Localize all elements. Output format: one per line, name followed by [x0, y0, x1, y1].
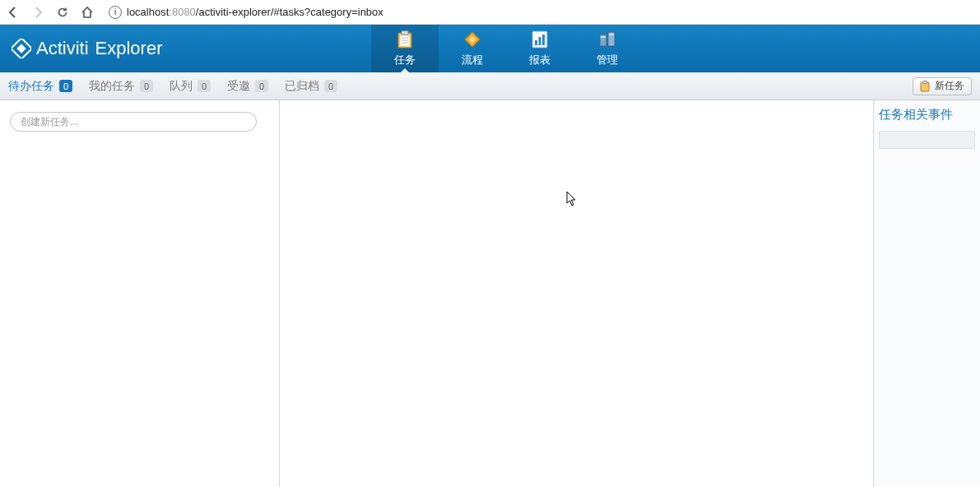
top-nav-reports[interactable]: 报表	[506, 25, 574, 72]
new-task-button-label: 新任务	[935, 79, 964, 93]
brand-text-2: Explorer	[95, 38, 163, 59]
svg-rect-19	[923, 81, 927, 83]
sub-tab-inbox[interactable]: 待办任务 0	[8, 79, 72, 94]
top-nav-process[interactable]: 流程	[439, 25, 506, 72]
svg-rect-1	[16, 44, 26, 53]
center-panel	[280, 100, 873, 487]
sub-tab-invited[interactable]: 受邀 0	[227, 79, 268, 94]
url-path: /activiti-explorer/#tasks?category=inbox	[196, 6, 383, 18]
brand-logo-icon	[12, 39, 31, 58]
diamond-icon	[462, 30, 482, 49]
back-button[interactable]	[5, 4, 21, 21]
sub-tab-queue-badge: 0	[197, 80, 211, 92]
sub-tab-inbox-label: 待办任务	[8, 79, 54, 94]
clipboard-icon	[395, 30, 415, 49]
new-task-button[interactable]: 新任务	[913, 77, 972, 95]
chart-icon	[530, 30, 550, 49]
top-nav: 任务 流程 报表 管理	[371, 25, 641, 72]
left-panel	[0, 100, 280, 487]
sub-tab-archived[interactable]: 已归档 0	[285, 79, 337, 94]
brand[interactable]: Activiti Explorer	[0, 25, 174, 72]
sub-tab-mytasks-label: 我的任务	[89, 79, 135, 94]
sub-tab-archived-label: 已归档	[285, 79, 319, 94]
brand-text-1: Activiti	[36, 38, 89, 59]
top-nav-manage-label: 管理	[597, 53, 618, 67]
sub-tab-queue-label: 队列	[170, 79, 193, 94]
top-nav-tasks-label: 任务	[394, 53, 416, 67]
url-text: localhost:8080/activiti-explorer/#tasks?…	[127, 6, 383, 18]
sub-tab-invited-badge: 0	[255, 80, 268, 92]
url-bar[interactable]: i localhost:8080/activiti-explorer/#task…	[104, 3, 975, 21]
home-button[interactable]	[79, 4, 95, 21]
svg-rect-3	[402, 31, 408, 35]
top-nav-process-label: 流程	[462, 53, 483, 67]
right-panel: 任务相关事件	[873, 100, 980, 487]
sub-tab-inbox-badge: 0	[59, 80, 72, 92]
create-task-input[interactable]	[10, 112, 257, 132]
sub-tab-invited-label: 受邀	[227, 79, 250, 94]
browser-chrome: i localhost:8080/activiti-explorer/#task…	[0, 0, 980, 25]
sub-tab-queue[interactable]: 队列 0	[170, 79, 211, 94]
servers-icon	[597, 30, 617, 49]
url-host: localhost	[127, 6, 169, 18]
app-header: Activiti Explorer 任务 流程 报表 管理	[0, 25, 980, 72]
sub-tab-archived-badge: 0	[324, 80, 337, 92]
top-nav-tasks[interactable]: 任务	[371, 25, 439, 72]
site-info-icon[interactable]: i	[109, 6, 122, 19]
sub-tab-mytasks[interactable]: 我的任务 0	[89, 79, 153, 94]
svg-rect-17	[609, 34, 614, 35]
forward-button[interactable]	[30, 4, 46, 21]
top-nav-manage[interactable]: 管理	[574, 25, 641, 72]
right-panel-slot	[879, 131, 975, 149]
svg-rect-13	[542, 35, 545, 45]
top-nav-reports-label: 报表	[529, 53, 550, 67]
new-task-icon	[920, 81, 930, 92]
right-panel-title: 任务相关事件	[879, 107, 975, 123]
svg-rect-12	[539, 37, 541, 45]
svg-rect-16	[601, 36, 606, 38]
svg-rect-11	[535, 40, 537, 45]
workspace: 任务相关事件	[0, 100, 980, 487]
sub-tab-mytasks-badge: 0	[140, 80, 153, 92]
url-port: :8080	[169, 6, 196, 18]
reload-button[interactable]	[54, 4, 71, 21]
cursor-icon	[566, 191, 578, 207]
sub-toolbar: 待办任务 0 我的任务 0 队列 0 受邀 0 已归档 0 新任务	[0, 72, 980, 100]
